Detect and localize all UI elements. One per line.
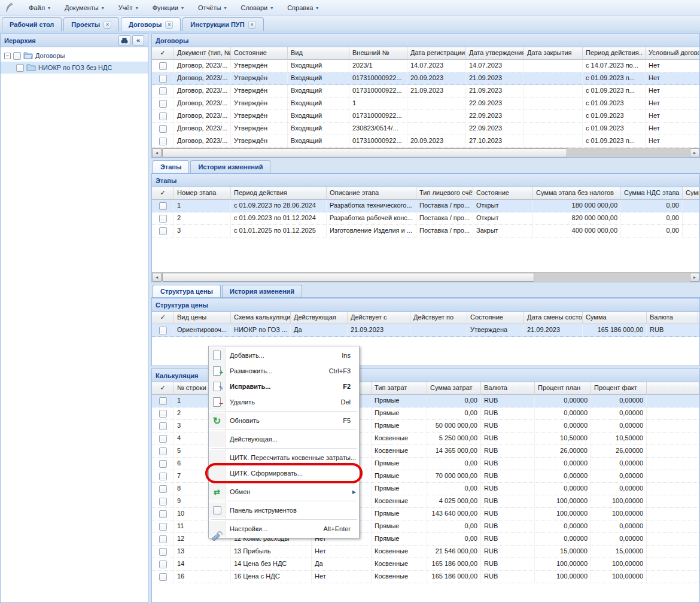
column-header[interactable]: Процент план xyxy=(535,382,591,395)
row-checkbox[interactable] xyxy=(159,75,167,83)
close-icon[interactable]: × xyxy=(104,21,111,29)
column-header[interactable]: Вид цены xyxy=(174,312,231,324)
menubar-item[interactable]: Документы▾ xyxy=(57,2,111,14)
search-icon[interactable] xyxy=(118,35,130,45)
menubar-item[interactable]: Справка▾ xyxy=(280,2,325,14)
row-checkbox[interactable] xyxy=(159,100,167,108)
column-header[interactable]: ✓ xyxy=(152,47,174,60)
row-checkbox[interactable] xyxy=(159,112,167,120)
row-checkbox[interactable] xyxy=(159,435,167,443)
column-header[interactable]: Действующая xyxy=(291,312,348,324)
column-header[interactable]: Период действия xyxy=(231,187,327,200)
column-header[interactable]: ✓ xyxy=(152,187,174,200)
column-header[interactable]: Сумм xyxy=(683,187,699,200)
row-checkbox[interactable] xyxy=(159,62,167,70)
close-icon[interactable]: × xyxy=(165,21,173,29)
scroll-left-icon[interactable]: ◂ xyxy=(152,148,162,157)
row-checkbox[interactable] xyxy=(159,473,167,480)
scroll-right-icon[interactable]: ▸ xyxy=(690,148,699,157)
row-checkbox[interactable] xyxy=(159,138,167,145)
menubar-item[interactable]: Отчёты▾ xyxy=(191,2,233,14)
row-checkbox[interactable] xyxy=(159,410,167,418)
column-header[interactable]: Процент факт xyxy=(591,382,647,395)
menu-item[interactable]: Действующая... xyxy=(209,431,359,447)
main-tab[interactable]: Инструкции ПУП× xyxy=(182,17,263,31)
column-header[interactable]: Номер этапа xyxy=(174,187,231,200)
column-header[interactable]: Тип затрат xyxy=(372,382,427,395)
column-header[interactable]: Схема калькуляци xyxy=(231,312,291,324)
menubar-item[interactable]: Учёт▾ xyxy=(111,2,145,14)
main-tab[interactable]: Проекты× xyxy=(63,17,119,31)
scroll-thumb[interactable] xyxy=(162,148,567,157)
table-row[interactable]: 1313 ПрибыльНетКосвенные21 546 000,00RUB… xyxy=(152,546,699,558)
table-row[interactable]: Договор, 2023/...УтверждёнВходящий122.09… xyxy=(152,98,699,110)
column-header[interactable]: Сумма затрат xyxy=(427,382,481,395)
column-header[interactable]: ✓ xyxy=(152,382,174,395)
row-checkbox[interactable] xyxy=(159,227,167,235)
menu-item[interactable]: УдалитьDel xyxy=(209,394,359,410)
menu-item[interactable]: Обмен▶ xyxy=(209,484,359,500)
row-checkbox[interactable] xyxy=(159,202,167,210)
row-checkbox[interactable] xyxy=(159,327,167,334)
menu-item[interactable]: Исправить...F2 xyxy=(209,379,359,394)
tree-node-niokr[interactable]: НИОКР по ГОЗ без НДС xyxy=(1,62,148,74)
column-header[interactable]: Состояние xyxy=(467,312,524,324)
column-header[interactable] xyxy=(698,312,699,324)
column-header[interactable]: Условный догово xyxy=(646,47,699,60)
subtab[interactable]: Этапы xyxy=(153,160,189,173)
horizontal-scrollbar[interactable]: ◂ ▸ xyxy=(152,148,699,157)
subtab[interactable]: Структура цены xyxy=(153,285,221,297)
collapse-panel-icon[interactable]: « xyxy=(132,35,144,45)
menubar-item[interactable]: Функции▾ xyxy=(145,2,191,14)
row-checkbox[interactable] xyxy=(159,573,167,581)
scroll-thumb[interactable] xyxy=(162,273,534,282)
menu-item[interactable]: Размножить...Ctrl+F3 xyxy=(209,363,359,379)
column-header[interactable]: Дата утверждения xyxy=(466,47,524,60)
row-checkbox[interactable] xyxy=(159,215,167,223)
close-icon[interactable]: × xyxy=(248,21,256,29)
column-header[interactable]: Сумма этапа без налогов xyxy=(533,187,621,200)
row-checkbox[interactable] xyxy=(159,523,167,531)
column-header[interactable]: Тип лицевого счёт xyxy=(416,187,473,200)
row-checkbox[interactable] xyxy=(159,87,167,95)
table-row[interactable]: 3с 01.01.2025 по 01.12.2025Изготовление … xyxy=(152,225,699,237)
column-header[interactable]: ✓ xyxy=(152,312,174,324)
tree-expander-icon[interactable] xyxy=(4,53,11,59)
menubar-item[interactable]: Словари▾ xyxy=(233,2,280,14)
menu-item[interactable]: ЦИТК. Сформировать... xyxy=(209,465,359,481)
tree-node-contracts[interactable]: Договоры xyxy=(1,50,148,62)
column-header[interactable]: Дата регистрации. xyxy=(407,47,466,60)
row-checkbox[interactable] xyxy=(159,422,167,430)
table-row[interactable]: Договор, 2023/...УтверждёнВходящий017310… xyxy=(152,135,699,148)
column-header[interactable]: Внешний № xyxy=(349,47,407,60)
row-checkbox[interactable] xyxy=(159,125,167,133)
table-row[interactable]: 1414 Цена без НДСДаКосвенные165 186 000,… xyxy=(152,558,699,571)
column-header[interactable]: Валюта xyxy=(647,312,698,324)
subtab[interactable]: История изменений xyxy=(190,160,270,173)
table-row[interactable]: Ориентировоч...НИОКР по ГОЗ ...Да21.09.2… xyxy=(152,324,699,337)
row-checkbox[interactable] xyxy=(159,548,167,556)
table-row[interactable]: 2с 01.09.2023 по 01.12.2024Разработка ра… xyxy=(152,212,699,225)
table-row[interactable]: Договор, 2023/...УтверждёнВходящий017310… xyxy=(152,110,699,123)
row-checkbox[interactable] xyxy=(159,535,167,543)
column-header[interactable]: Вид xyxy=(288,47,349,60)
tree-checkbox[interactable] xyxy=(13,52,21,60)
menu-item[interactable]: Добавить...Ins xyxy=(209,348,359,363)
column-header[interactable]: Состояние xyxy=(231,47,288,60)
table-row[interactable]: Договор, 2023/...УтверждёнВходящий2023/1… xyxy=(152,60,699,72)
row-checkbox[interactable] xyxy=(159,447,167,455)
column-header[interactable]: Описание этапа xyxy=(327,187,416,200)
main-tab[interactable]: Договоры× xyxy=(121,17,181,31)
scroll-right-icon[interactable]: ▸ xyxy=(690,273,699,282)
tree-checkbox[interactable] xyxy=(16,64,24,72)
table-row[interactable]: 1616 Цена с НДСНетКосвенные165 186 000,0… xyxy=(152,571,699,583)
column-header[interactable]: Дата смены состоя xyxy=(524,312,583,324)
table-row[interactable]: Договор, 2023/...УтверждёнВходящий017310… xyxy=(152,85,699,98)
table-row[interactable]: Договор, 2023/...УтверждёнВходящий230823… xyxy=(152,123,699,135)
menu-item[interactable]: ЦИТК. Пересчитать косвенные затраты... xyxy=(209,450,359,465)
menu-item[interactable]: Настройки...Alt+Enter xyxy=(209,521,359,537)
menubar-item[interactable]: Файл▾ xyxy=(22,2,57,14)
column-header[interactable]: Сумма НДС этапа xyxy=(621,187,683,200)
menu-item[interactable]: Панель инструментов xyxy=(209,502,359,518)
subtab[interactable]: История изменений xyxy=(222,285,302,297)
